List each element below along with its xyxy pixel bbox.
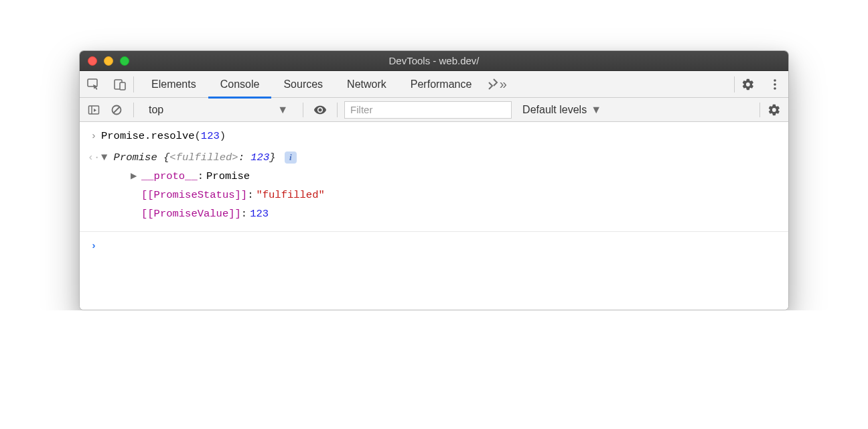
svg-point-3 [774,79,776,82]
object-state: <fulfilled> [169,151,238,164]
toggle-sidebar-icon[interactable] [84,100,104,120]
tree-row-proto[interactable]: ▶ __proto__: Promise [131,168,782,186]
log-levels-select[interactable]: Default levels ▼ [522,104,601,116]
svg-point-5 [774,87,776,90]
svg-point-4 [774,83,776,86]
console-output: ▼ Promise {<fulfilled>: 123} i ▶ __proto… [101,149,782,224]
object-value: 123 [250,151,269,164]
property-name: __proto__ [141,168,198,186]
subbar-divider [133,103,134,117]
disclosure-triangle-icon[interactable]: ▶ [131,168,141,186]
property-value-string: "fulfilled" [256,186,324,205]
svg-rect-2 [120,82,125,90]
object-tree: ▶ __proto__: Promise [[PromiseStatus]]: … [101,168,782,224]
kebab-menu-icon[interactable] [762,71,788,98]
clear-console-icon[interactable] [106,100,127,120]
execution-context-label: top [149,104,163,116]
tabs: Elements Console Sources Network Perform… [139,71,484,98]
titlebar: DevTools - web.dev/ [80,51,788,71]
inspect-element-icon[interactable] [80,71,106,98]
property-name: [[PromiseValue]] [141,205,241,224]
brace: } [269,151,275,164]
property-value: Promise [206,168,250,186]
console-input-text: Promise.resolve(123) [101,127,782,146]
brace: { [163,151,169,164]
svg-line-9 [114,107,120,113]
tab-sources[interactable]: Sources [271,71,335,98]
colon: : [238,151,251,164]
tab-elements[interactable]: Elements [139,71,208,98]
toolbar-right [734,71,788,98]
prompt-marker-icon: › [86,237,101,256]
console-input-echo: › Promise.resolve(123) [80,126,788,147]
console-toolbar: top ▼ Default levels ▼ [80,98,788,122]
tab-network[interactable]: Network [335,71,399,98]
output-marker-icon: ‹· [86,149,101,168]
device-toolbar-icon[interactable] [106,71,133,98]
more-tabs-icon[interactable]: » [484,71,510,98]
tree-row-value: [[PromiseValue]]: 123 [131,205,782,224]
code-paren: ) [220,130,226,142]
settings-icon[interactable] [735,71,762,98]
tab-console[interactable]: Console [208,71,272,98]
code-number: 123 [201,130,220,142]
devtools-window: DevTools - web.dev/ Elements Console Sou… [79,50,789,310]
object-disclosure-icon[interactable]: ▼ [101,151,114,164]
console-settings-icon[interactable] [764,100,784,120]
info-badge-icon[interactable]: i [285,151,297,164]
main-toolbar: Elements Console Sources Network Perform… [80,71,788,98]
object-type: Promise [114,151,157,164]
console-output-row: ‹· ▼ Promise {<fulfilled>: 123} i ▶ __pr… [80,147,788,225]
execution-context-select[interactable]: top ▼ [141,100,296,120]
svg-rect-0 [88,79,97,86]
dropdown-caret-icon: ▼ [277,104,288,116]
tab-performance[interactable]: Performance [399,71,484,98]
console-prompt[interactable]: › [80,231,788,261]
live-expression-icon[interactable] [310,100,330,120]
code-identifier: Promise.resolve [101,130,195,142]
property-value-number: 123 [250,205,269,224]
input-marker-icon: › [86,127,101,146]
filter-input[interactable] [344,101,512,119]
subbar-divider [760,103,760,117]
property-name: [[PromiseStatus]] [141,186,247,205]
subbar-divider [303,103,303,117]
console-body: › Promise.resolve(123) ‹· ▼ Promise {<fu… [80,122,788,310]
toolbar-divider [133,76,134,93]
log-levels-label: Default levels [522,104,587,116]
code-paren: ( [195,130,201,142]
subbar-right [755,100,784,120]
subbar-divider [337,103,338,117]
dropdown-caret-icon: ▼ [591,104,601,116]
window-title: DevTools - web.dev/ [80,55,788,66]
tree-row-status: [[PromiseStatus]]: "fulfilled" [131,186,782,205]
